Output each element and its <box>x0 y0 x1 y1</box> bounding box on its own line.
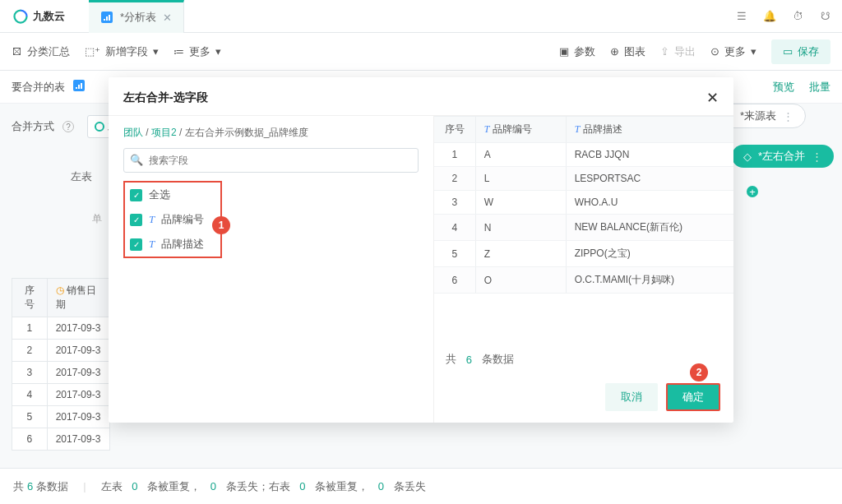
table-row: 6OO.C.T.MAMI(十月妈咪) <box>434 267 733 294</box>
text-type-icon: T <box>149 238 155 251</box>
brand-logo: 九数云 <box>0 9 89 24</box>
more-button[interactable]: ≔更多▾ <box>173 44 221 59</box>
breadcrumb: 团队 / 项目2 / 左右合并示例数据_品牌维度 <box>123 126 419 140</box>
brand-icon <box>13 9 28 24</box>
table-row: 52017-09-3 <box>12 406 110 428</box>
table-row: 22017-09-3 <box>12 340 110 362</box>
col-brand-desc: T 品牌描述 <box>566 117 733 143</box>
classify-button[interactable]: ⛝分类汇总 <box>12 44 70 59</box>
table-row: 3WWHO.A.U <box>434 191 733 215</box>
annotation-badge-1: 1 <box>212 216 230 234</box>
params-button[interactable]: ▣参数 <box>559 44 595 59</box>
table-row: 32017-09-3 <box>12 362 110 384</box>
table-row: 12017-09-3 <box>12 317 110 340</box>
crumb-team[interactable]: 团队 <box>123 127 143 138</box>
tab-close-icon[interactable]: ✕ <box>163 12 172 24</box>
col-seq: 序号 <box>434 117 475 143</box>
bell-icon[interactable]: 🔔 <box>763 10 776 23</box>
preview-link[interactable]: 预览 <box>773 80 794 95</box>
preview-table: 序号 T 品牌编号 T 品牌描述 1ARACB JJQN2LLESPORTSAC… <box>434 116 733 294</box>
kebab-icon[interactable]: ⋮ <box>812 150 822 163</box>
chevron-down-icon: ▾ <box>215 45 221 58</box>
save-icon: ▭ <box>783 45 793 58</box>
table-icon <box>73 80 85 94</box>
merge-pill[interactable]: ◇ *左右合并 ⋮ <box>732 145 834 168</box>
analysis-icon <box>100 11 113 24</box>
export-icon: ⇪ <box>660 45 669 58</box>
add-field-button[interactable]: ⬚⁺新增字段▾ <box>85 44 159 59</box>
cancel-button[interactable]: 取消 <box>605 383 658 411</box>
more2-button[interactable]: ⊙更多▾ <box>710 44 756 59</box>
left-table-label: 左表 <box>71 169 92 184</box>
search-icon: 🔍 <box>130 154 143 166</box>
export-button[interactable]: ⇪导出 <box>660 44 696 59</box>
search-field[interactable]: 🔍 <box>123 148 419 173</box>
merge-table-label: 要合并的表 <box>12 80 65 95</box>
annotation-badge-2: 2 <box>690 363 708 381</box>
topbar-actions: ☰ 🔔 ⏱ ☋ <box>735 10 832 23</box>
table-row: 62017-09-3 <box>12 428 110 451</box>
checkbox-icon: ✓ <box>130 189 142 201</box>
table-row: 2LLESPORTSAC <box>434 167 733 191</box>
checkbox-icon: ✓ <box>130 238 142 251</box>
chart-icon: ⊕ <box>610 45 619 58</box>
brand-text: 九数云 <box>33 9 65 24</box>
chevron-down-icon: ▾ <box>751 45 756 58</box>
crumb-project[interactable]: 项目2 <box>151 127 177 138</box>
ok-button[interactable]: 确定 <box>666 383 720 411</box>
modal-right-panel: 序号 T 品牌编号 T 品牌描述 1ARACB JJQN2LLESPORTSAC… <box>433 116 733 423</box>
merge-type-label: 合并方式 <box>12 119 54 134</box>
modal-title: 左右合并-选字段 <box>123 90 208 105</box>
preview-count: 共 6 条数据 <box>434 344 733 375</box>
text-type-icon: T <box>149 213 155 226</box>
help-icon[interactable]: ? <box>62 121 74 132</box>
close-icon[interactable]: ✕ <box>706 89 719 107</box>
save-button[interactable]: ▭保存 <box>771 39 830 64</box>
table-row: 42017-09-3 <box>12 384 110 406</box>
table-row: 5ZZIPPO(之宝) <box>434 241 733 267</box>
crumb-dataset: 左右合并示例数据_品牌维度 <box>185 127 309 138</box>
col-brand-id: T 品牌编号 <box>475 117 566 143</box>
chevron-down-icon: ▾ <box>153 45 159 58</box>
more-icon: ≔ <box>173 45 184 58</box>
search-input[interactable] <box>123 148 419 173</box>
unit-label: 单 <box>92 212 102 226</box>
topbar: 九数云 *分析表 ✕ ☰ 🔔 ⏱ ☋ <box>0 0 842 33</box>
modal-header: 左右合并-选字段 ✕ <box>109 77 733 116</box>
field-select-modal: 左右合并-选字段 ✕ 团队 / 项目2 / 左右合并示例数据_品牌维度 🔍 ✓全… <box>109 77 733 423</box>
batch-link[interactable]: 批量 <box>809 80 830 95</box>
user-icon[interactable]: ☋ <box>819 10 832 23</box>
check-brand-id[interactable]: ✓T品牌编号 <box>130 212 215 227</box>
modal-left-panel: 团队 / 项目2 / 左右合并示例数据_品牌维度 🔍 ✓全选 ✓T品牌编号 ✓T… <box>109 116 433 423</box>
bg-seq-header: 序号 <box>12 279 48 317</box>
tab-analysis[interactable]: *分析表 ✕ <box>89 0 184 33</box>
tab-title: *分析表 <box>120 10 156 25</box>
classify-icon: ⛝ <box>12 45 22 58</box>
add-step-button[interactable]: + <box>747 186 758 197</box>
addfield-icon: ⬚⁺ <box>85 45 100 58</box>
timer-icon[interactable]: ⏱ <box>791 10 804 23</box>
chart-button[interactable]: ⊕图表 <box>610 44 645 59</box>
check-brand-desc[interactable]: ✓T品牌描述 <box>130 237 215 252</box>
field-checklist: ✓全选 ✓T品牌编号 ✓T品牌描述 <box>123 181 222 258</box>
toolbar: ⛝分类汇总 ⬚⁺新增字段▾ ≔更多▾ ▣参数 ⊕图表 ⇪导出 ⊙更多▾ ▭保存 <box>0 33 842 71</box>
bg-data-table: 序号 ◷ 销售日期 12017-09-322017-09-332017-09-3… <box>12 278 110 451</box>
modal-footer: 取消 确定 <box>434 375 733 423</box>
more2-icon: ⊙ <box>710 45 719 58</box>
bg-date-header: ◷ 销售日期 <box>47 279 109 317</box>
kebab-icon[interactable]: ⋮ <box>783 110 793 123</box>
checkbox-icon: ✓ <box>130 214 142 226</box>
footer-stats: 共6条数据 | 左表 0 条被重复， 0 条丢失；右表 0 条被重复， 0 条丢… <box>0 468 842 504</box>
check-all[interactable]: ✓全选 <box>130 187 215 202</box>
table-row: 4NNEW BALANCE(新百伦) <box>434 215 733 241</box>
table-row: 1ARACB JJQN <box>434 143 733 167</box>
pill-icon: ◇ <box>743 150 752 163</box>
list-icon[interactable]: ☰ <box>735 10 748 23</box>
params-icon: ▣ <box>559 45 569 58</box>
